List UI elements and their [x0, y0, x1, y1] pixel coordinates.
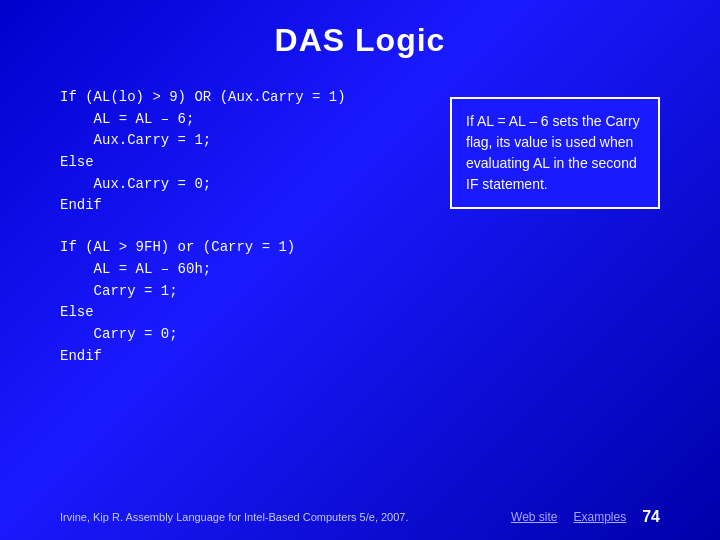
- content-area: If (AL(lo) > 9) OR (Aux.Carry = 1) AL = …: [0, 77, 720, 387]
- footer-page-number: 74: [642, 508, 660, 526]
- code-line-2-2: AL = AL – 60h;: [60, 259, 430, 281]
- tooltip-text: If AL = AL – 6 sets the Carry flag, its …: [466, 113, 640, 192]
- code-line-2-1: If (AL > 9FH) or (Carry = 1): [60, 237, 430, 259]
- code-section-2: If (AL > 9FH) or (Carry = 1) AL = AL – 6…: [60, 237, 430, 367]
- slide-title: DAS Logic: [0, 0, 720, 77]
- code-line-1-6: Endif: [60, 195, 430, 217]
- footer: Irvine, Kip R. Assembly Language for Int…: [0, 508, 720, 526]
- code-block: If (AL(lo) > 9) OR (Aux.Carry = 1) AL = …: [60, 87, 430, 387]
- code-line-1-2: AL = AL – 6;: [60, 109, 430, 131]
- footer-link-examples[interactable]: Examples: [574, 510, 627, 524]
- code-line-2-3: Carry = 1;: [60, 281, 430, 303]
- code-line-2-5: Carry = 0;: [60, 324, 430, 346]
- code-line-1-3: Aux.Carry = 1;: [60, 130, 430, 152]
- footer-links: Web site Examples 74: [511, 508, 660, 526]
- code-line-2-4: Else: [60, 302, 430, 324]
- footer-link-website[interactable]: Web site: [511, 510, 557, 524]
- tooltip-box: If AL = AL – 6 sets the Carry flag, its …: [450, 97, 660, 209]
- slide: DAS Logic If (AL(lo) > 9) OR (Aux.Carry …: [0, 0, 720, 540]
- code-line-1-4: Else: [60, 152, 430, 174]
- code-line-1-5: Aux.Carry = 0;: [60, 174, 430, 196]
- code-line-2-6: Endif: [60, 346, 430, 368]
- code-section-1: If (AL(lo) > 9) OR (Aux.Carry = 1) AL = …: [60, 87, 430, 217]
- footer-citation: Irvine, Kip R. Assembly Language for Int…: [60, 511, 409, 523]
- code-line-1-1: If (AL(lo) > 9) OR (Aux.Carry = 1): [60, 87, 430, 109]
